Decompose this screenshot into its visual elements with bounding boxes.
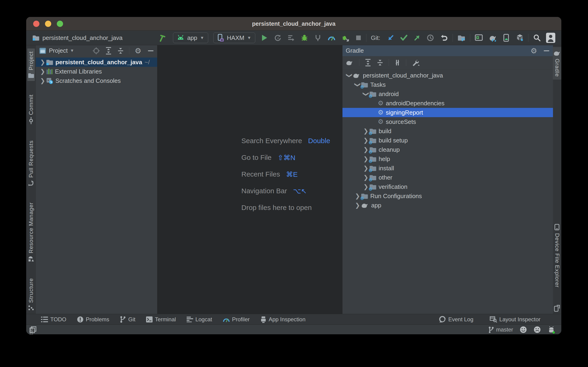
git-branch-widget[interactable]: master [488,326,513,333]
gradle-tree-row[interactable]: ❯⚙build [343,126,553,136]
bottom-tab-problems[interactable]: Problems [77,316,109,323]
layout-inspector-icon [490,316,497,323]
hint-label: Recent Files [241,170,280,178]
gradle-settings-wrench-icon[interactable] [411,59,420,67]
sidebar-tab-device-file-explorer[interactable]: Device File Explorer [554,221,561,291]
gradle-tree-row[interactable]: ❯⚙Run Configurations [343,191,553,201]
device-manager-icon[interactable] [503,34,510,42]
close-window-button[interactable] [33,21,39,27]
bottom-tab-app-inspection[interactable]: App Inspection [260,316,306,323]
bottom-tab-git[interactable]: Git [120,316,135,323]
gradle-tree-row[interactable]: ❯⚙other [343,173,553,182]
bottom-tab-layout-inspector[interactable]: Layout Inspector [490,316,540,323]
run-icon[interactable] [261,34,268,42]
sidebar-tab-commit[interactable]: Commit [27,92,35,127]
collapse-all-icon[interactable] [376,59,384,67]
hide-panel-icon[interactable] [147,48,154,54]
expand-all-icon[interactable] [105,47,112,55]
hint-shortcut: ⌥↖ [293,187,307,195]
pull-request-icon [28,180,34,186]
chevron-down-icon: ▼ [200,35,204,40]
minimize-window-button[interactable] [45,21,51,27]
gradle-tree-row[interactable]: ⚙androidDependencies [343,99,553,108]
git-update-icon[interactable] [387,34,394,41]
hide-panel-icon[interactable] [543,48,550,54]
gradle-tree-row[interactable]: ❯⚙Tasks [343,80,553,89]
debug-icon[interactable] [301,34,308,42]
gradle-tree-row[interactable]: ❯⚙android [343,89,553,99]
run-configuration-select[interactable]: app ▼ [173,33,208,43]
sidebar-tab-project[interactable]: Project [27,49,35,81]
task-group-folder-icon: ⚙ [361,193,368,199]
bottom-tab-logcat[interactable]: Logcat [187,316,212,323]
collapse-all-icon[interactable] [117,47,124,55]
project-structure-icon[interactable] [457,34,465,42]
bottom-tab-profiler[interactable]: Profiler [223,316,250,323]
chevron-right-icon[interactable]: ❯ [39,77,46,84]
running-devices-icon[interactable] [475,34,483,41]
profile-low-overhead-icon[interactable] [342,34,349,42]
gradle-tree-row[interactable]: ❯⚙cleanup [343,145,553,154]
tree-label: sourceSets [386,118,416,125]
tree-label: Scratches and Consoles [55,77,121,84]
app-inspection-icon [260,316,266,323]
settings-gear-icon[interactable]: ⚙ [530,47,538,55]
target-device-select[interactable]: HAXM ▼ [213,33,255,43]
expand-all-icon[interactable] [365,59,371,67]
bottom-tab-event-log[interactable]: Event Log [439,316,473,323]
task-group-folder-icon: ⚙ [369,174,376,181]
gradle-tree-row[interactable]: ❯app [343,201,553,210]
gradle-tree-row[interactable]: ❯⚙build setup [343,136,553,145]
gradle-refresh-icon[interactable] [346,59,354,66]
apply-changes-icon[interactable] [287,34,295,42]
gradle-tree-row[interactable]: ❯persistent_cloud_anchor_java [343,71,553,80]
chevron-down-icon[interactable]: ▼ [70,48,74,53]
bottom-tab-terminal[interactable]: Terminal [146,316,176,323]
sdk-manager-icon[interactable] [516,34,523,42]
project-tree-row[interactable]: ❯External Libraries [36,67,157,76]
chevron-right-icon[interactable]: ❯ [39,68,46,75]
attach-debugger-icon[interactable] [314,34,322,42]
git-actions-group: Git: [371,34,448,42]
search-everywhere-icon[interactable] [533,34,541,42]
locate-file-icon[interactable] [92,47,100,55]
git-rollback-icon[interactable] [440,34,448,41]
emulator-status-icon[interactable] [547,326,555,334]
breadcrumb[interactable]: persistent_cloud_anchor_java [32,34,122,42]
profile-icon[interactable] [328,34,335,42]
tab-label: Logcat [196,316,212,323]
stop-icon[interactable] [355,35,361,41]
tab-label: Terminal [155,316,176,323]
gradle-sync-icon[interactable] [489,34,497,42]
rerun-icon[interactable]: A [274,34,281,42]
chevron-right-icon[interactable]: ❯ [39,59,46,66]
feedback-happy-icon[interactable] [520,326,527,333]
zoom-window-button[interactable] [57,21,63,27]
bottom-tab-todo[interactable]: TODO [41,316,66,323]
feedback-sad-icon[interactable] [533,326,541,333]
settings-gear-icon[interactable]: ⚙ [134,47,142,55]
git-branch-icon [120,316,126,323]
chevron-right-icon[interactable]: ❯ [354,202,361,209]
git-commit-check-icon[interactable] [400,34,408,41]
sidebar-tab-structure[interactable]: Structure [27,275,35,313]
project-tree-row[interactable]: ❯Scratches and Consoles [36,76,157,85]
tree-label: persistent_cloud_anchor_java [363,72,443,79]
gradle-tree-row[interactable]: ⚙sourceSets [343,117,553,126]
gradle-tree-row[interactable]: ❯⚙help [343,154,553,164]
chevron-down-icon[interactable]: ❯ [346,72,353,79]
gradle-tree-row[interactable]: ❯⚙install [343,164,553,173]
sidebar-tab-resource-manager[interactable]: Resource Manager [27,200,35,265]
editor-empty-area[interactable]: Search EverywhereDoubleGo to File⇧⌘NRece… [157,45,342,314]
offline-mode-icon[interactable] [394,59,401,66]
git-history-icon[interactable] [427,34,434,42]
gradle-tree-row[interactable]: ❯⚙verification [343,182,553,191]
project-tree-row[interactable]: ❯persistent_cloud_anchor_java~/ [36,58,157,67]
sidebar-tab-pull-requests[interactable]: Pull Requests [27,138,35,189]
git-push-icon[interactable] [414,34,421,41]
profile-avatar[interactable] [546,33,555,43]
structure-icon [28,305,34,311]
build-hammer-icon[interactable] [159,34,167,42]
gradle-tree-row[interactable]: ⚙signingReport [343,108,553,117]
sidebar-tab-gradle[interactable]: Gradle [553,47,561,80]
